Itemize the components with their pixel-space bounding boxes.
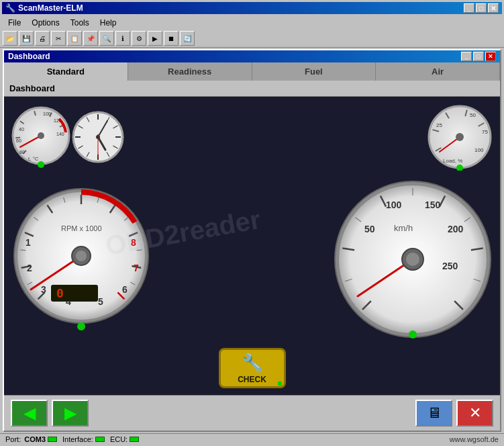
tab-air[interactable]: Air <box>376 62 500 81</box>
tb-btn-3[interactable]: 🖨 <box>35 31 50 46</box>
dashboard-minimize-button[interactable]: _ <box>461 52 472 61</box>
exit-icon: ✕ <box>469 404 481 422</box>
temperature-gauge-svg: 40 60 80 100 120 140 t, °C <box>11 105 71 169</box>
check-label: CHECK <box>238 375 266 384</box>
monitor-button[interactable]: 🖥 <box>415 400 452 427</box>
tb-btn-10[interactable]: ▶ <box>148 31 162 46</box>
rpm-gauge: 1 2 3 4 5 6 7 8 RPM x 1000 0 <box>11 185 152 336</box>
svg-text:2: 2 <box>27 263 32 273</box>
tb-btn-12[interactable]: 🔄 <box>180 31 195 46</box>
svg-text:t, °C: t, °C <box>28 156 39 162</box>
dashboard-close-button[interactable]: ✕ <box>485 52 496 61</box>
status-bar: Port: COM3 Interface: ECU: www.wgsoft.de <box>0 433 504 445</box>
app-close-button[interactable]: ✕ <box>488 3 499 13</box>
menu-bar: File Options Tools Help <box>0 16 504 30</box>
svg-text:100: 100 <box>474 147 484 153</box>
svg-text:40: 40 <box>19 127 24 132</box>
next-button[interactable]: ▶ <box>52 400 89 427</box>
port-led <box>48 437 57 442</box>
ecu-led <box>130 437 139 442</box>
check-engine-led <box>278 382 282 386</box>
prev-icon: ◀ <box>23 404 36 422</box>
next-icon: ▶ <box>64 404 77 422</box>
app-title-bar: 🔧 ScanMaster-ELM _ □ ✕ <box>0 0 504 16</box>
svg-text:3: 3 <box>41 284 46 295</box>
svg-text:8: 8 <box>131 237 136 248</box>
load-gauge-svg: 25 50 75 100 Load, % <box>426 103 493 171</box>
svg-text:80: 80 <box>19 150 25 154</box>
clock-gauge <box>71 110 125 167</box>
svg-text:25: 25 <box>436 122 442 128</box>
speed-gauge-svg: 50 100 150 200 250 km/h <box>332 179 493 340</box>
svg-point-14 <box>38 132 44 139</box>
svg-point-80 <box>76 251 87 261</box>
engine-icon: 🔧 <box>242 353 263 373</box>
check-engine-container: 🔧 CHECK <box>219 348 286 388</box>
app-title-bar-inner: 🔧 ScanMaster-ELM _ □ ✕ <box>2 2 502 14</box>
svg-text:60: 60 <box>16 138 21 143</box>
svg-text:200: 200 <box>448 224 464 234</box>
svg-text:Load, %: Load, % <box>443 158 462 164</box>
load-gauge: 25 50 75 100 Load, % <box>426 103 493 173</box>
tb-btn-8[interactable]: ℹ <box>115 31 130 46</box>
menu-options[interactable]: Options <box>26 17 64 28</box>
app-title-text: 🔧 ScanMaster-ELM <box>5 3 83 13</box>
tab-bar: Standard Readiness Fuel Air <box>4 62 500 81</box>
middle-gauges-row: 1 2 3 4 5 6 7 8 RPM x 1000 0 <box>11 179 493 343</box>
tab-fuel[interactable]: Fuel <box>252 62 376 81</box>
app-window-controls: _ □ ✕ <box>464 3 499 13</box>
tb-btn-9[interactable]: ⚙ <box>132 31 146 46</box>
dashboard-window: Dashboard _ □ ✕ Standard Readiness Fuel … <box>3 49 501 432</box>
website-label: www.wgsoft.de <box>450 435 499 443</box>
toolbar: 📂 💾 🖨 ✂ 📋 📌 🔍 ℹ ⚙ ▶ ⏹ 🔄 <box>0 30 504 48</box>
dashboard-title-label: Dashboard <box>8 52 50 61</box>
bottom-section: 🔧 CHECK <box>219 348 286 388</box>
svg-text:1: 1 <box>26 237 31 248</box>
svg-point-81 <box>77 322 85 330</box>
prev-button[interactable]: ◀ <box>11 400 48 427</box>
top-gauges-row: 40 60 80 100 120 140 t, °C <box>11 103 493 173</box>
tab-readiness[interactable]: Readiness <box>128 62 252 81</box>
app-maximize-button[interactable]: □ <box>476 3 487 13</box>
tb-btn-4[interactable]: ✂ <box>51 31 66 46</box>
svg-text:100: 100 <box>43 112 51 116</box>
tb-btn-5[interactable]: 📋 <box>67 31 82 46</box>
temperature-gauge: 40 60 80 100 120 140 t, °C <box>11 105 71 172</box>
svg-text:0: 0 <box>56 286 64 300</box>
interface-status: Interface: <box>62 435 105 443</box>
menu-file[interactable]: File <box>3 17 26 28</box>
svg-text:150: 150 <box>425 199 441 210</box>
tb-btn-1[interactable]: 📂 <box>3 31 17 46</box>
app-icon: 🔧 <box>5 3 15 13</box>
navigation-buttons: ◀ ▶ <box>11 400 89 427</box>
svg-text:6: 6 <box>122 284 128 295</box>
tb-btn-7[interactable]: 🔍 <box>99 31 114 46</box>
svg-point-16 <box>38 161 44 168</box>
tb-btn-11[interactable]: ⏹ <box>164 31 179 46</box>
svg-text:50: 50 <box>470 112 476 118</box>
menu-tools[interactable]: Tools <box>65 17 95 28</box>
menu-help[interactable]: Help <box>95 17 122 28</box>
app-title-label: ScanMaster-ELM <box>18 3 83 13</box>
tb-btn-2[interactable]: 💾 <box>19 31 34 46</box>
svg-text:100: 100 <box>386 199 402 210</box>
svg-point-33 <box>96 135 100 139</box>
svg-text:5: 5 <box>98 296 103 307</box>
rpm-gauge-svg: 1 2 3 4 5 6 7 8 RPM x 1000 0 <box>11 185 152 333</box>
svg-text:75: 75 <box>482 129 488 135</box>
tab-standard[interactable]: Standard <box>4 62 128 81</box>
interface-led <box>95 437 105 442</box>
tb-btn-6[interactable]: 📌 <box>83 31 98 46</box>
app-minimize-button[interactable]: _ <box>464 3 474 13</box>
check-engine-light: 🔧 CHECK <box>219 348 286 388</box>
port-value: COM3 <box>24 435 46 443</box>
gauge-area: OBD2reader <box>4 97 500 395</box>
svg-point-104 <box>409 330 417 339</box>
svg-point-45 <box>456 133 464 141</box>
exit-button[interactable]: ✕ <box>456 400 493 427</box>
svg-text:km/h: km/h <box>394 223 413 233</box>
dashboard-maximize-button[interactable]: □ <box>473 52 484 61</box>
speed-gauge: 50 100 150 200 250 km/h <box>332 179 493 343</box>
svg-text:50: 50 <box>364 224 375 234</box>
svg-text:RPM x 1000: RPM x 1000 <box>61 224 102 232</box>
